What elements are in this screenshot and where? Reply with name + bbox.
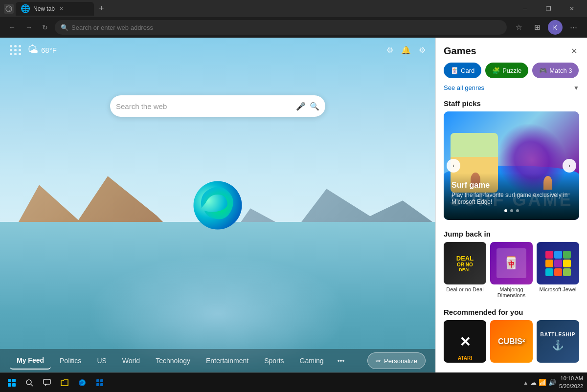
edge-logo — [191, 178, 245, 232]
svg-rect-6 — [96, 379, 99, 382]
search-submit-btn[interactable]: 🔍 — [310, 102, 319, 111]
mahjongg-thumbnail: 🀄 — [490, 242, 533, 284]
browser-icon — [4, 4, 14, 14]
genre-tags: 🃏 Card 🧩 Puzzle 🎮 Match 3 — [436, 63, 587, 82]
refresh-btn[interactable]: ↻ — [39, 22, 51, 33]
nav-tab-sports[interactable]: Sports — [257, 352, 291, 370]
personalize-icon: ✏ — [376, 357, 381, 365]
browser-frame: 🌐 New tab × + ─ ❐ ✕ ← → ↻ 🔍 ☆ ⊞ K ⋯ — [0, 0, 587, 392]
nav-tab-us[interactable]: US — [90, 352, 113, 370]
game-card-jewel[interactable]: Microsoft Jewel — [537, 242, 579, 298]
panel-header: Games ✕ — [436, 38, 587, 63]
genre-puzzle-btn[interactable]: 🧩 Puzzle — [485, 63, 528, 78]
game-card-mahjongg[interactable]: 🀄 Mahjongg Dimensions — [490, 242, 533, 298]
game-card-atari[interactable]: ✕ ATARI — [444, 320, 486, 365]
notification-icon[interactable]: 🔔 — [401, 45, 411, 55]
sys-tray-expand[interactable]: ▲ — [523, 380, 528, 386]
carousel-dot-2[interactable] — [510, 209, 513, 212]
game-card-battleship[interactable]: BATTLESHIP ⚓ — [537, 320, 579, 365]
genre-match-btn[interactable]: 🎮 Match 3 — [532, 63, 579, 78]
search-container: 🎤 🔍 — [0, 95, 435, 117]
settings-icon[interactable]: ⋯ — [565, 20, 581, 35]
new-tab-button[interactable]: + — [96, 3, 107, 14]
taskbar-store[interactable] — [92, 375, 108, 391]
nav-tab-world[interactable]: World — [115, 352, 147, 370]
tab-bar: 🌐 New tab × + — [4, 2, 510, 16]
see-all-chevron: ▼ — [573, 85, 579, 91]
panel-close-btn[interactable]: ✕ — [569, 44, 579, 58]
tab-close-btn[interactable]: × — [60, 5, 63, 12]
clock-time: 10:10 AM — [559, 375, 583, 382]
settings-icon[interactable]: ⚙ — [419, 45, 426, 55]
tab-title: New tab — [33, 5, 55, 12]
carousel-dot-1[interactable] — [504, 209, 507, 212]
games-panel: Games ✕ 🃏 Card 🧩 Puzzle 🎮 Match 3 — [435, 38, 587, 372]
search-input[interactable] — [116, 102, 292, 110]
clock-date: 5/20/2022 — [559, 383, 583, 390]
search-box: 🎤 🔍 — [110, 95, 325, 117]
close-btn[interactable]: ✕ — [561, 1, 583, 16]
taskbar-pinned-icons — [22, 375, 108, 391]
nav-tab-myfeed[interactable]: My Feed — [10, 352, 51, 370]
genre-card-btn[interactable]: 🃏 Card — [444, 63, 481, 78]
puzzle-icon: 🧩 — [492, 67, 500, 74]
taskbar-chat[interactable] — [39, 375, 55, 391]
nav-more-btn[interactable]: ••• — [333, 352, 350, 370]
filter-icon[interactable]: ⚙ — [386, 45, 393, 55]
game-card-cubis[interactable]: CUBIS² — [490, 320, 533, 365]
battleship-thumbnail: BATTLESHIP ⚓ — [537, 320, 579, 363]
personalize-btn[interactable]: ✏ ✏ Personalize Personalize — [367, 352, 426, 369]
panel-title: Games — [444, 45, 476, 57]
carousel-game-title: Surf game — [452, 181, 571, 190]
carousel-dot-3[interactable] — [516, 209, 519, 212]
system-clock[interactable]: 10:10 AM 5/20/2022 — [559, 375, 583, 390]
mic-btn[interactable]: 🎤 — [296, 102, 306, 111]
carousel-next-btn[interactable]: › — [563, 159, 576, 173]
weather-widget[interactable]: 🌤 68°F — [27, 44, 57, 56]
newtab-topbar: 🌤 68°F ⚙ 🔔 ⚙ — [0, 38, 435, 56]
volume-icon[interactable]: 🔊 — [548, 379, 556, 386]
forward-btn[interactable]: → — [23, 22, 35, 33]
game-card-deal[interactable]: DEAL OR NO DEAL Deal or no Deal — [444, 242, 486, 298]
start-btn[interactable] — [4, 375, 20, 391]
carousel-overlay: Surf game Play the fan-favorite surf gam… — [444, 173, 579, 220]
cloud-icon[interactable]: ☁ — [530, 379, 537, 386]
wifi-icon[interactable]: 📶 — [539, 379, 546, 386]
newtab-icons: ⚙ 🔔 ⚙ — [386, 45, 426, 55]
atari-thumbnail: ✕ ATARI — [444, 320, 486, 363]
taskbar-edge[interactable] — [74, 375, 90, 391]
see-all-text[interactable]: See all genres — [444, 84, 484, 91]
svg-rect-8 — [96, 383, 99, 386]
staff-picks-carousel: SURF GAME Surf game Play the fan-favorit… — [444, 111, 579, 220]
favorites-icon[interactable]: ☆ — [511, 20, 526, 35]
collections-icon[interactable]: ⊞ — [529, 20, 545, 35]
carousel-prev-btn[interactable]: ‹ — [447, 159, 460, 173]
see-all-genres[interactable]: See all genres ▼ — [436, 82, 587, 97]
windows-logo — [8, 379, 16, 387]
svg-rect-4 — [44, 379, 50, 384]
address-input[interactable] — [55, 20, 507, 35]
maximize-btn[interactable]: ❐ — [537, 1, 560, 16]
taskbar-search[interactable] — [22, 375, 37, 391]
nav-tab-gaming[interactable]: Gaming — [293, 352, 331, 370]
staff-picks-title: Staff picks — [436, 97, 587, 111]
weather-temp: 68°F — [41, 46, 57, 54]
taskbar-explorer[interactable] — [57, 375, 72, 391]
svg-rect-9 — [100, 383, 103, 386]
match-icon: 🎮 — [539, 67, 547, 74]
active-tab[interactable]: 🌐 New tab × — [16, 2, 94, 16]
svg-rect-7 — [100, 379, 103, 382]
deal-title: Deal or no Deal — [444, 286, 486, 292]
recommended-title: Recommended for you — [436, 306, 587, 320]
nav-tab-politics[interactable]: Politics — [53, 352, 88, 370]
nav-tab-technology[interactable]: Technology — [149, 352, 197, 370]
deal-thumbnail: DEAL OR NO DEAL — [444, 242, 486, 284]
nav-tab-entertainment[interactable]: Entertainment — [199, 352, 255, 370]
apps-grid-btn[interactable] — [10, 45, 22, 55]
cubis-thumbnail: CUBIS² — [490, 320, 533, 363]
jewel-title: Microsoft Jewel — [537, 286, 579, 292]
back-btn[interactable]: ← — [6, 22, 19, 33]
profile-icon[interactable]: K — [548, 20, 563, 35]
svg-line-3 — [31, 384, 33, 386]
minimize-btn[interactable]: ─ — [514, 1, 536, 16]
